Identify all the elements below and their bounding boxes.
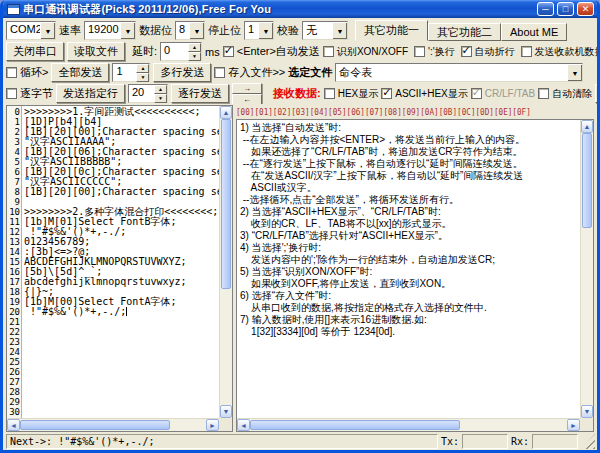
bytewise-checkbox[interactable]: 逐字节 [6, 86, 53, 101]
receive-vertical-scrollbar[interactable]: ▲ ▼ [580, 120, 593, 418]
chevron-down-icon[interactable]: ▼ [258, 22, 273, 39]
checkbox-box [381, 88, 392, 99]
delay-unit-label: ms [205, 46, 220, 58]
checkbox-box [324, 88, 335, 99]
toolbar-row-receive: 逐字节 发送指定行 20 ▲▼ 逐行发送 → ← 接收数据: HEX显示 ASC… [3, 83, 597, 104]
spin-down-icon[interactable]: ▼ [188, 52, 201, 61]
checkbox-box [6, 88, 17, 99]
scrollbar-thumb[interactable] [20, 420, 170, 430]
editor-content[interactable]: >>>>>>>>1.字间距测试<<<<<<<<<<;[1D]P[b4][b4][… [22, 106, 219, 418]
databits-value: 8 [176, 22, 189, 39]
scrollbar-thumb[interactable] [250, 420, 460, 430]
autowrap-checkbox[interactable]: 自动折行 [461, 45, 515, 59]
checkbox-label: CR/LF/TAB [485, 88, 535, 99]
close-button[interactable]: ✕ [577, 2, 594, 16]
xon-xoff-checkbox[interactable]: 识别XON/XOFF [323, 45, 408, 59]
scroll-up-icon[interactable]: ▲ [581, 120, 593, 133]
checkbox-box [521, 46, 532, 57]
multiline-count-spinner[interactable]: 1 ▲▼ [112, 63, 150, 82]
resize-grip[interactable] [581, 434, 595, 449]
scroll-left-icon[interactable]: ◄ [237, 419, 250, 431]
tab-other-functions-1[interactable]: 其它功能一 [355, 20, 428, 41]
tab-other-functions-2[interactable]: 其它功能二 [428, 23, 501, 41]
delay-spinner[interactable]: 0 ▲▼ [160, 42, 202, 61]
help-text[interactable]: 1) 当选择“自动发送”时: --在左边输入内容并按<ENTER>，将发送当前行… [237, 120, 580, 418]
chevron-down-icon[interactable]: ▼ [120, 22, 135, 39]
chevron-down-icon[interactable]: ▼ [40, 22, 55, 39]
databits-combobox[interactable]: 8 ▼ [175, 21, 205, 40]
parity-value: 无 [303, 22, 332, 39]
editor-vertical-scrollbar[interactable]: ▲ ▼ [219, 106, 232, 418]
checkbox-box [223, 46, 234, 57]
stopbits-combobox[interactable]: 1 ▼ [244, 21, 274, 40]
line-send-button[interactable]: 逐行发送 [171, 84, 229, 103]
baud-label: 速率 [59, 23, 81, 38]
autoclear-checkbox[interactable]: 自动清除 [538, 87, 592, 101]
ascii-hex-display-checkbox[interactable]: ASCII+HEX显示 [381, 87, 468, 101]
hex-display-checkbox[interactable]: HEX显示 [324, 87, 379, 101]
command-table-combobox[interactable]: 命令表 ▼ [335, 63, 583, 82]
receive-panel: [00][01][02][03][04][05][06][07][08][09]… [236, 105, 594, 432]
maximize-button[interactable]: □ [557, 2, 574, 16]
title-bar[interactable]: 串口通讯调试器(Pick$ 2011/12/06),Free For You ─… [3, 0, 597, 18]
chevron-down-icon[interactable]: ▼ [189, 22, 204, 39]
databits-label: 数据位 [139, 23, 172, 38]
parity-label: 校验 [277, 23, 299, 38]
scroll-down-icon[interactable]: ▼ [220, 405, 232, 418]
loop-checkbox[interactable]: 循环> [6, 65, 48, 80]
colon-newline-checkbox[interactable]: ':'换行 [414, 45, 455, 59]
read-file-button[interactable]: 读取文件 [67, 42, 125, 61]
crlftab-checkbox[interactable]: CR/LF/TAB [471, 88, 535, 99]
send-specified-line-button[interactable]: 发送指定行 [56, 84, 125, 103]
chevron-down-icon[interactable]: ▼ [332, 22, 347, 39]
hex-header: [00][01][02][03][04][05][06][07][08][09]… [236, 105, 540, 119]
checkbox-label: 逐字节 [20, 86, 53, 101]
line-number-spinner[interactable]: 20 ▲▼ [128, 84, 168, 103]
prev-line-arrow-button[interactable]: ← [232, 94, 262, 105]
function-tabs: 其它功能一 其它功能二 About ME [355, 20, 567, 41]
close-port-button[interactable]: 关闭串口 [6, 42, 64, 61]
checkbox-label: 识别XON/XOFF [337, 45, 408, 59]
port-combobox[interactable]: COM2 ▼ [6, 21, 56, 40]
status-bar: Next->: !"#$%&'()*+,-./; Tx: Rx: [3, 432, 597, 450]
toolbar: COM2 ▼ 速率 19200 ▼ 数据位 8 ▼ 停止位 1 ▼ 校验 无 ▼ [3, 18, 597, 104]
receive-data-label: 接收数据: [273, 86, 321, 101]
editor-horizontal-scrollbar[interactable]: ◄ ► [7, 418, 219, 431]
checkbox-box [414, 46, 425, 57]
scroll-right-icon[interactable]: ► [567, 419, 580, 431]
save-to-file-checkbox[interactable]: 存入文件>> [214, 65, 285, 80]
scroll-up-icon[interactable]: ▲ [220, 106, 232, 119]
tab-about-me[interactable]: About ME [501, 23, 567, 41]
multiline-count-value: 1 [113, 64, 136, 81]
toolbar-row-actions: 关闭串口 读取文件 延时: 0 ▲▼ ms <Enter>自动发送 识别XON/… [3, 41, 597, 62]
spin-up-icon[interactable]: ▲ [136, 64, 149, 73]
scrollbar-thumb[interactable] [582, 133, 592, 228]
receive-horizontal-scrollbar[interactable]: ◄ ► [237, 418, 580, 431]
minimize-button[interactable]: ─ [537, 2, 554, 16]
chevron-down-icon[interactable]: ▼ [567, 64, 582, 81]
checkbox-box [214, 67, 225, 78]
scrollbar-thumb[interactable] [221, 119, 231, 289]
baud-value: 19200 [85, 22, 120, 39]
spin-down-icon[interactable]: ▼ [136, 73, 149, 82]
multiline-send-button[interactable]: 多行发送 [153, 63, 211, 82]
spin-up-icon[interactable]: ▲ [154, 85, 167, 94]
baud-combobox[interactable]: 19200 ▼ [84, 21, 136, 40]
spin-up-icon[interactable]: ▲ [188, 43, 201, 52]
next-line-arrow-button[interactable]: → [232, 83, 262, 94]
scroll-left-icon[interactable]: ◄ [7, 419, 20, 431]
scrollbar-corner [580, 418, 593, 431]
send-editor-panel: 0123456789101112131415161718192021222324… [6, 105, 233, 432]
scroll-right-icon[interactable]: ► [206, 419, 219, 431]
port-value: COM2 [7, 22, 40, 39]
status-next-line: Next->: !"#$%&'()*+,-./; [6, 434, 438, 449]
enter-autosend-checkbox[interactable]: <Enter>自动发送 [223, 44, 320, 59]
pos-data-checkbox[interactable]: 发送收款机数据 [521, 45, 597, 59]
send-all-button[interactable]: 全部发送 [51, 63, 109, 82]
checkbox-label: <Enter>自动发送 [237, 44, 320, 59]
app-window: 串口通讯调试器(Pick$ 2011/12/06),Free For You ─… [0, 0, 600, 453]
parity-combobox[interactable]: 无 ▼ [302, 21, 348, 40]
spin-down-icon[interactable]: ▼ [154, 94, 167, 103]
clear-button[interactable]: 清除 [595, 84, 597, 103]
scroll-down-icon[interactable]: ▼ [581, 405, 593, 418]
